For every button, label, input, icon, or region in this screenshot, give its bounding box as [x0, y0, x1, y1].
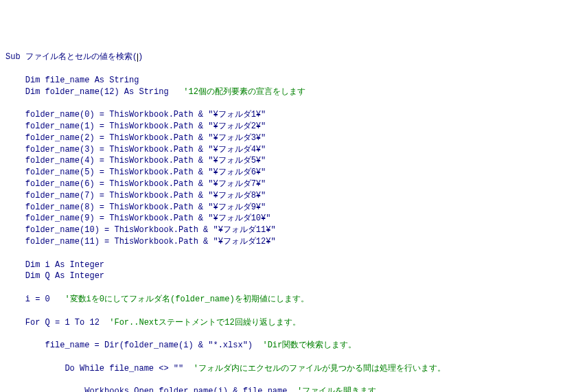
code-token: folder_name(9) = ThisWorkbook.Path & "¥フ… — [25, 214, 271, 223]
code-token: i = 0 — [25, 295, 65, 304]
code-line: folder_name(7) = ThisWorkbook.Path & "¥フ… — [5, 190, 560, 202]
code-line: For Q = 1 To 12 'For..Nextステートメントで12回繰り返… — [5, 317, 560, 329]
code-token: folder_name(6) = ThisWorkbook.Path & "¥フ… — [25, 179, 266, 189]
code-line: i = 0 '変数iを0にしてフォルダ名(folder_name)を初期値にしま… — [5, 294, 560, 305]
code-line: Dim folder_name(12) As String '12個の配列要素の… — [5, 87, 560, 98]
code-token: folder_name(1) = ThisWorkbook.Path & "¥フ… — [25, 122, 266, 131]
code-line — [5, 305, 560, 317]
code-line: folder_name(2) = ThisWorkbook.Path & "¥フ… — [5, 132, 560, 144]
code-token: folder_name(2) = ThisWorkbook.Path & "¥フ… — [25, 133, 266, 143]
code-token: Workbooks.Open folder_name(i) & file_nam… — [84, 387, 297, 392]
code-block[interactable]: Sub ファイル名とセルの値を検索() Dim file_name As Str… — [5, 51, 560, 392]
code-token: folder_name(4) = ThisWorkbook.Path & "¥フ… — [25, 156, 266, 165]
code-token: Do While file_name <> "" — [65, 364, 193, 373]
code-line: folder_name(3) = ThisWorkbook.Path & "¥フ… — [5, 144, 560, 156]
code-token: folder_name(11) = ThisWorkbook.Path & "¥… — [25, 237, 276, 246]
code-line: Dim i As Integer — [5, 260, 560, 271]
code-token: Dim file_name As String — [25, 76, 139, 85]
code-token: Sub ファイル名とセルの値を検索 — [5, 52, 132, 62]
code-token: Dim Q As Integer — [25, 271, 104, 281]
code-line — [5, 351, 560, 363]
code-token: '変数iを0にしてフォルダ名(folder_name)を初期値にします。 — [65, 295, 308, 304]
code-token: Dim folder_name(12) As String — [25, 87, 183, 97]
code-line: folder_name(8) = ThisWorkbook.Path & "¥フ… — [5, 202, 560, 214]
code-line — [5, 248, 560, 260]
code-line — [5, 63, 560, 75]
code-token: Dim i As Integer — [25, 260, 104, 270]
code-token: folder_name(7) = ThisWorkbook.Path & "¥フ… — [25, 191, 266, 200]
code-line: folder_name(1) = ThisWorkbook.Path & "¥フ… — [5, 121, 560, 132]
code-line: Do While file_name <> "" 'フォルダ内にエクセルのファイ… — [5, 363, 560, 375]
code-token: folder_name(0) = ThisWorkbook.Path & "¥フ… — [25, 110, 266, 119]
code-line: folder_name(11) = ThisWorkbook.Path & "¥… — [5, 236, 560, 248]
code-token: 'For..Nextステートメントで12回繰り返します。 — [109, 318, 300, 327]
code-token: folder_name(3) = ThisWorkbook.Path & "¥フ… — [25, 145, 266, 154]
code-line: folder_name(4) = ThisWorkbook.Path & "¥フ… — [5, 155, 560, 167]
code-line — [5, 375, 560, 387]
code-line — [5, 328, 560, 340]
code-line: folder_name(0) = ThisWorkbook.Path & "¥フ… — [5, 109, 560, 121]
code-token: 'フォルダ内にエクセルのファイルが見つかる間は処理を行います。 — [194, 364, 446, 373]
code-token: folder_name(10) = ThisWorkbook.Path & "¥… — [25, 225, 276, 235]
code-line: file_name = Dir(folder_name(i) & "*.xlsx… — [5, 340, 560, 351]
code-line: folder_name(10) = ThisWorkbook.Path & "¥… — [5, 224, 560, 236]
code-token: folder_name(5) = ThisWorkbook.Path & "¥フ… — [25, 168, 266, 177]
code-line: folder_name(5) = ThisWorkbook.Path & "¥フ… — [5, 167, 560, 178]
code-line — [5, 97, 560, 109]
code-line: Dim Q As Integer — [5, 270, 560, 282]
code-token: '12個の配列要素の宣言をします — [183, 87, 305, 97]
code-token: file_name = Dir(folder_name(i) & "*.xlsx… — [45, 341, 263, 350]
code-line: Dim file_name As String — [5, 75, 560, 87]
code-token: For Q = 1 To 12 — [25, 318, 109, 327]
code-line: Workbooks.Open folder_name(i) & file_nam… — [5, 386, 560, 392]
code-line: folder_name(6) = ThisWorkbook.Path & "¥フ… — [5, 178, 560, 190]
code-token: ( — [132, 52, 137, 62]
code-token: 'Dir関数で検索します。 — [262, 341, 356, 350]
code-line: Sub ファイル名とセルの値を検索() — [5, 51, 560, 63]
code-line: folder_name(9) = ThisWorkbook.Path & "¥フ… — [5, 213, 560, 224]
code-token: folder_name(8) = ThisWorkbook.Path & "¥フ… — [25, 203, 266, 212]
code-token: 'ファイルを開きます。 — [297, 387, 384, 392]
code-line — [5, 282, 560, 294]
